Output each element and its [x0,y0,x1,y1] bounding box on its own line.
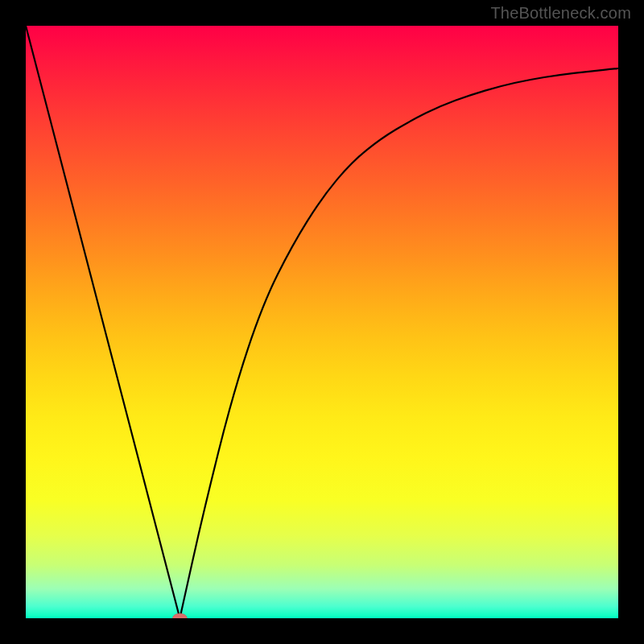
chart-frame: TheBottleneck.com [0,0,644,644]
plot-area [26,26,618,618]
bottleneck-curve [26,26,618,618]
curve-layer [26,26,618,618]
optimum-marker [172,613,187,618]
watermark-text: TheBottleneck.com [490,4,631,23]
